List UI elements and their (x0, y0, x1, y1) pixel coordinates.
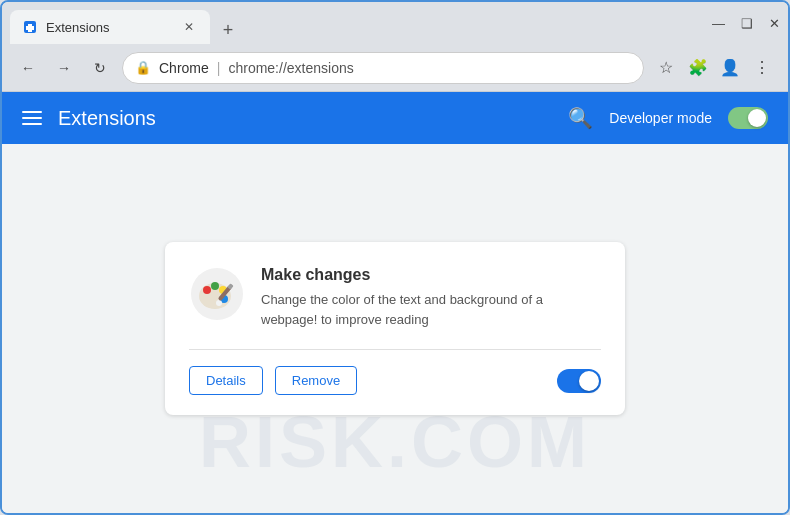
minimize-button[interactable]: — (712, 17, 725, 30)
search-button[interactable]: 🔍 (568, 106, 593, 130)
main-content: 🔍 RISK.COM (2, 144, 788, 513)
close-button[interactable]: ✕ (769, 17, 780, 30)
extension-card-top: Make changes Change the color of the tex… (189, 266, 601, 329)
extension-card: Make changes Change the color of the tex… (165, 242, 625, 415)
tab-close-button[interactable]: ✕ (180, 18, 198, 36)
site-name: Chrome (159, 60, 209, 76)
maximize-button[interactable]: ❑ (741, 17, 753, 30)
extension-name: Make changes (261, 266, 601, 284)
developer-mode-toggle[interactable] (728, 107, 768, 129)
lock-icon: 🔒 (135, 60, 151, 75)
extension-toggle-knob (579, 371, 599, 391)
forward-button[interactable]: → (50, 54, 78, 82)
extension-card-bottom: Details Remove (189, 349, 601, 395)
extensions-button[interactable]: 🧩 (684, 54, 712, 82)
tab-strip: Extensions ✕ + (10, 2, 712, 44)
extension-description: Change the color of the text and backgro… (261, 290, 601, 329)
address-url: chrome://extensions (228, 60, 353, 76)
window-controls: — ❑ ✕ (712, 17, 780, 30)
new-tab-button[interactable]: + (214, 16, 242, 44)
extension-info: Make changes Change the color of the tex… (261, 266, 601, 329)
back-button[interactable]: ← (14, 54, 42, 82)
hamburger-menu-button[interactable] (22, 111, 42, 125)
tab-favicon-icon (22, 19, 38, 35)
address-separator: | (217, 60, 221, 76)
svg-point-7 (216, 300, 222, 306)
details-button[interactable]: Details (189, 366, 263, 395)
active-tab[interactable]: Extensions ✕ (10, 10, 210, 44)
svg-point-3 (203, 286, 211, 294)
menu-button[interactable]: ⋮ (748, 54, 776, 82)
browser-window: Extensions ✕ + — ❑ ✕ ← → ↻ 🔒 Chrome | ch… (0, 0, 790, 515)
tab-title: Extensions (46, 20, 172, 35)
account-button[interactable]: 👤 (716, 54, 744, 82)
extensions-page-title: Extensions (58, 107, 552, 130)
bookmark-button[interactable]: ☆ (652, 54, 680, 82)
address-bar[interactable]: 🔒 Chrome | chrome://extensions (122, 52, 644, 84)
extension-icon (189, 266, 245, 322)
navigation-bar: ← → ↻ 🔒 Chrome | chrome://extensions ☆ 🧩… (2, 44, 788, 92)
reload-button[interactable]: ↻ (86, 54, 114, 82)
palette-svg-icon (189, 266, 245, 322)
title-bar: Extensions ✕ + — ❑ ✕ (2, 2, 788, 44)
svg-point-4 (211, 282, 219, 290)
developer-mode-label: Developer mode (609, 110, 712, 126)
extensions-header: Extensions 🔍 Developer mode (2, 92, 788, 144)
nav-actions: ☆ 🧩 👤 ⋮ (652, 54, 776, 82)
remove-button[interactable]: Remove (275, 366, 357, 395)
extension-toggle[interactable] (557, 369, 601, 393)
toggle-knob (748, 109, 766, 127)
